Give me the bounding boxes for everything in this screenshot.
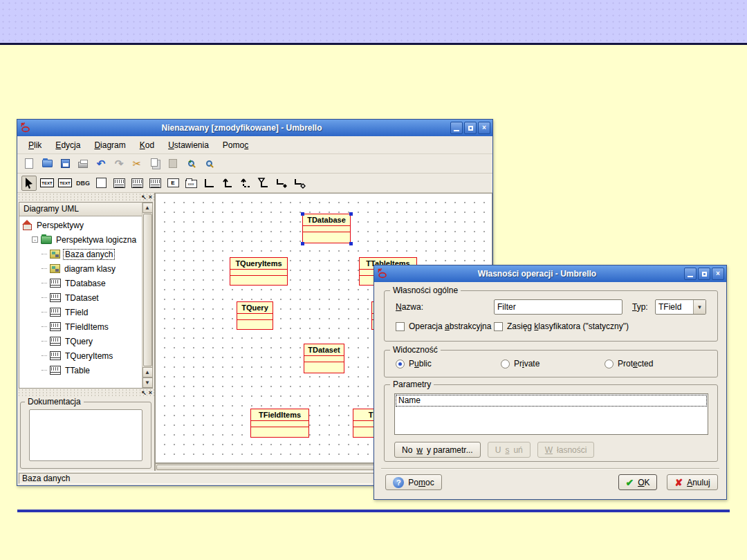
uml-class-tqueryitems[interactable]: TQueryItems	[230, 257, 288, 286]
menu-edycja[interactable]: Edycja	[50, 138, 86, 152]
class-tool-2-icon[interactable]	[129, 176, 145, 191]
maximize-button[interactable]	[464, 122, 477, 134]
home-icon	[22, 221, 33, 230]
uml-class-tquery[interactable]: TQuery	[237, 301, 273, 330]
zoom-out-icon[interactable]	[201, 156, 216, 171]
close-button[interactable]: ×	[478, 122, 490, 134]
menu-kod[interactable]: Kod	[134, 138, 160, 152]
tree-item-perspektywa-logiczna[interactable]: -Perspektywa logiczna	[19, 232, 142, 247]
parameter-item[interactable]: Name	[396, 395, 707, 407]
redo-icon[interactable]: ↷	[111, 156, 127, 171]
dock-float-icon[interactable]: ↖	[141, 390, 147, 396]
aggregation-tool-icon[interactable]	[291, 176, 306, 191]
radio-private[interactable]	[501, 360, 510, 368]
selection-handle[interactable]	[349, 242, 353, 245]
chevron-down-icon[interactable]: ▼	[693, 300, 706, 314]
package-tool-icon[interactable]: xxx	[183, 176, 199, 191]
selection-handle[interactable]	[301, 212, 304, 216]
dialog-maximize-button[interactable]	[698, 268, 710, 280]
open-folder-icon[interactable]	[39, 156, 55, 171]
dialog-titlebar[interactable]: Własności operacji - Umbrello ×	[374, 265, 726, 282]
tree-item-baza-danych[interactable]: Baza danych	[19, 247, 142, 261]
dialog-minimize-button[interactable]	[684, 268, 697, 280]
dialog-title: Własności operacji - Umbrello	[391, 269, 683, 279]
checkbox[interactable]	[494, 322, 503, 331]
zoom-in-icon[interactable]	[183, 156, 199, 171]
association-tool-icon[interactable]	[201, 176, 216, 191]
class-name: TDataset	[304, 344, 344, 356]
selection-handle[interactable]	[349, 212, 353, 216]
tree-item-ttable[interactable]: TTable	[19, 363, 142, 377]
dock-close-icon[interactable]: ×	[149, 194, 152, 200]
help-button[interactable]: ? Pomoc	[385, 474, 442, 490]
undo-icon[interactable]: ↶	[93, 156, 109, 171]
interface-tool-icon[interactable]: E	[165, 176, 181, 191]
tree-dock-handle[interactable]: ↖ ×	[17, 193, 154, 202]
public-radio-row: Public	[396, 359, 432, 368]
scroll-up2-icon[interactable]: ▲	[142, 367, 153, 377]
uml-class-tfielditems[interactable]: TFieldItems	[250, 409, 309, 438]
note-text-tool-icon[interactable]: TEXT	[57, 176, 73, 191]
menu-ustawienia[interactable]: Ustawienia	[163, 138, 214, 152]
tree-item-tdataset[interactable]: TDataset	[19, 290, 142, 305]
blank-box-tool-icon[interactable]	[93, 176, 109, 191]
usuń-button[interactable]: Usuń	[488, 442, 531, 458]
tree-item-tdatabase[interactable]: TDatabase	[19, 276, 142, 290]
expander-icon[interactable]: -	[32, 236, 38, 243]
uml-tree-panel: Diagramy UML Perspektywy-Perspektywa log…	[19, 202, 153, 389]
cut-icon[interactable]: ✂	[129, 156, 145, 171]
nowy-parametr-button[interactable]: Nowy parametr...	[394, 442, 481, 458]
print-icon[interactable]	[75, 156, 91, 171]
text-tool-icon[interactable]: TEXT	[39, 176, 55, 191]
type-combobox[interactable]: TField ▼	[655, 299, 706, 315]
tree-item-diagram-klasy[interactable]: diagram klasy	[19, 261, 142, 276]
class-tool-icon[interactable]	[111, 176, 127, 191]
własności-button[interactable]: Własności	[537, 442, 595, 458]
dependency-tool-icon[interactable]	[237, 176, 252, 191]
menu-diagram[interactable]: Diagram	[89, 138, 131, 152]
tree-item-tfielditems[interactable]: TFieldItems	[19, 319, 142, 334]
scroll-up-icon[interactable]: ▲	[142, 203, 153, 213]
save-icon[interactable]	[57, 156, 73, 171]
scroll-thumb[interactable]	[143, 214, 152, 366]
tree-item-tfield[interactable]: TField	[19, 305, 142, 319]
paste-icon[interactable]	[165, 156, 181, 171]
uml-class-tdatabase[interactable]: TDatabase	[302, 214, 351, 243]
selection-handle[interactable]	[301, 242, 304, 245]
generalization-tool-icon[interactable]	[255, 176, 270, 191]
documentation-textarea[interactable]	[29, 409, 142, 461]
main-titlebar[interactable]: Nienazwany [zmodyfikowane] - Umbrello ×	[17, 120, 492, 136]
canvas-hscroll-thumb[interactable]	[156, 465, 391, 470]
ok-button[interactable]: ✔ OK	[618, 474, 657, 490]
minimize-button[interactable]	[450, 122, 463, 134]
x-icon: ✘	[674, 477, 683, 488]
parameters-list[interactable]: Name	[394, 393, 708, 435]
uml-class-tdataset[interactable]: TDataset	[304, 344, 344, 373]
tree-scrollbar[interactable]: ▲ ▲ ▼	[142, 203, 152, 388]
menu-plik[interactable]: Plik	[23, 138, 47, 152]
checkbox[interactable]	[396, 322, 405, 331]
debug-tool-icon[interactable]: DBG	[75, 176, 91, 191]
copy-icon[interactable]	[147, 156, 163, 171]
class-name: TQuery	[237, 302, 273, 314]
menu-pomoc[interactable]: Pomoc	[217, 138, 254, 152]
attributes-compartment	[303, 226, 350, 232]
scroll-down-icon[interactable]: ▼	[142, 377, 153, 388]
radio-public[interactable]	[396, 360, 405, 368]
tree-item-tqueryitems[interactable]: TQueryItems	[19, 348, 142, 363]
directed-association-tool-icon[interactable]	[219, 176, 234, 191]
composition-tool-icon[interactable]	[273, 176, 288, 191]
name-input[interactable]	[494, 299, 622, 315]
tree-item-tquery[interactable]: TQuery	[19, 334, 142, 348]
cancel-button[interactable]: ✘ Anuluj	[667, 474, 718, 490]
class-tool-3-icon[interactable]	[147, 176, 163, 191]
dock-close-icon[interactable]: ×	[149, 390, 152, 396]
radio-protected[interactable]	[605, 360, 614, 368]
help-icon: ?	[393, 477, 404, 488]
tree-item-perspektywy[interactable]: Perspektywy	[19, 218, 142, 232]
dock-float-icon[interactable]: ↖	[141, 194, 147, 200]
select-arrow-icon[interactable]	[21, 176, 37, 191]
new-file-icon[interactable]	[21, 156, 37, 171]
dialog-close-button[interactable]: ×	[712, 268, 724, 280]
tree-header[interactable]: Diagramy UML	[19, 203, 142, 216]
